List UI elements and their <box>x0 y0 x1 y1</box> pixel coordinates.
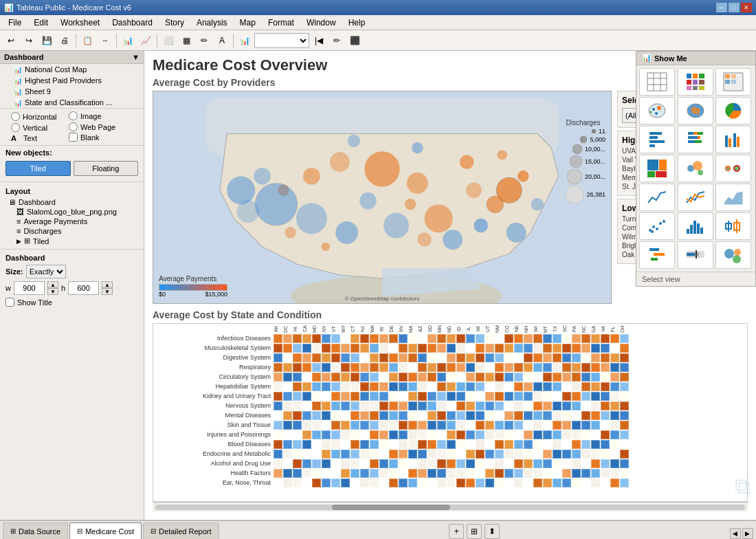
heatmap-cell[interactable] <box>456 344 465 353</box>
heatmap-cell[interactable] <box>601 382 610 391</box>
heatmap-cell[interactable] <box>485 411 494 420</box>
close-button[interactable]: ✕ <box>741 3 752 12</box>
heatmap-cell[interactable] <box>360 469 369 478</box>
heatmap-cell[interactable] <box>456 421 465 430</box>
sidebar-dashboard-header[interactable]: Dashboard ▼ <box>0 51 144 64</box>
heatmap-cell[interactable] <box>524 478 533 487</box>
heatmap-cell[interactable] <box>283 430 292 439</box>
heatmap-cell[interactable] <box>581 469 590 478</box>
heatmap-cell[interactable] <box>591 334 600 343</box>
duplicate-sheet-btn[interactable]: ⊞ <box>467 524 482 539</box>
heatmap-cell[interactable] <box>379 402 388 410</box>
heatmap-cell[interactable] <box>581 478 590 487</box>
heatmap-cell[interactable] <box>312 430 321 439</box>
toolbar-chart1[interactable]: 📊 <box>120 32 136 49</box>
heatmap-cell[interactable] <box>466 353 475 362</box>
heatmap-cell[interactable] <box>543 382 552 391</box>
heatmap-cell[interactable] <box>447 421 456 430</box>
toolbar-present[interactable]: ⬛ <box>346 32 363 49</box>
heatmap-cell[interactable] <box>408 430 417 439</box>
heatmap-cell[interactable] <box>379 459 388 468</box>
sidebar-item-highest-paid[interactable]: 📊 Highest Paid Providers <box>0 75 144 86</box>
heatmap-cell[interactable] <box>466 402 475 410</box>
heatmap-cell[interactable] <box>581 459 590 468</box>
heatmap-cell[interactable] <box>504 459 513 468</box>
heatmap-cell[interactable] <box>591 382 600 391</box>
heatmap-cell[interactable] <box>274 392 282 401</box>
heatmap-cell[interactable] <box>389 344 398 353</box>
heatmap-cell[interactable] <box>399 402 408 410</box>
heatmap-cell[interactable] <box>610 334 619 343</box>
heatmap-cell[interactable] <box>447 344 456 353</box>
heatmap-cell[interactable] <box>495 469 504 478</box>
heatmap-cell[interactable] <box>293 411 302 420</box>
heatmap-cell[interactable] <box>514 430 523 439</box>
heatmap-cell[interactable] <box>351 402 359 410</box>
heatmap-cell[interactable] <box>572 382 581 391</box>
heatmap-cell[interactable] <box>408 373 417 382</box>
heatmap-cell[interactable] <box>543 469 552 478</box>
menu-map[interactable]: Map <box>234 16 261 29</box>
heatmap-cell[interactable] <box>456 402 465 410</box>
heatmap-cell[interactable] <box>591 440 600 449</box>
heatmap-cell[interactable] <box>312 363 321 372</box>
heatmap-cell[interactable] <box>379 344 388 353</box>
heatmap-cell[interactable] <box>562 440 571 449</box>
heatmap-cell[interactable] <box>485 402 494 410</box>
heatmap-cell[interactable] <box>274 478 282 487</box>
heatmap-cell[interactable] <box>274 334 282 343</box>
heatmap-cell[interactable] <box>553 344 562 353</box>
heatmap-cell[interactable] <box>543 478 552 487</box>
heatmap-cell[interactable] <box>581 450 590 459</box>
heatmap-cell[interactable] <box>476 402 485 410</box>
heatmap-cell[interactable] <box>437 440 446 449</box>
heatmap-cell[interactable] <box>331 411 340 420</box>
heatmap-cell[interactable] <box>495 344 504 353</box>
heatmap-cell[interactable] <box>341 392 350 401</box>
toolbar-sheet-select[interactable] <box>254 33 309 48</box>
heatmap-cell[interactable] <box>524 382 533 391</box>
heatmap-cell[interactable] <box>533 450 542 459</box>
heatmap-cell[interactable] <box>466 392 475 401</box>
heatmap-cell[interactable] <box>504 392 513 401</box>
heatmap-cell[interactable] <box>581 382 590 391</box>
heatmap-cell[interactable] <box>504 421 513 430</box>
heatmap-cell[interactable] <box>562 334 571 343</box>
heatmap-cell[interactable] <box>322 353 331 362</box>
heatmap-cell[interactable] <box>524 363 533 372</box>
heatmap-cell[interactable] <box>495 373 504 382</box>
heatmap-cell[interactable] <box>562 469 571 478</box>
heatmap-cell[interactable] <box>370 411 379 420</box>
heatmap-cell[interactable] <box>591 353 600 362</box>
heatmap-cell[interactable] <box>283 344 292 353</box>
heatmap-cell[interactable] <box>389 469 398 478</box>
heatmap-cell[interactable] <box>620 382 629 391</box>
heatmap-cell[interactable] <box>331 469 340 478</box>
heatmap-cell[interactable] <box>312 334 321 343</box>
heatmap-cell[interactable] <box>379 411 388 420</box>
heatmap-cell[interactable] <box>351 450 359 459</box>
showme-pie[interactable] <box>715 97 751 124</box>
heatmap-cell[interactable] <box>274 344 282 353</box>
heatmap-cell[interactable] <box>331 353 340 362</box>
heatmap-cell[interactable] <box>553 392 562 401</box>
heatmap-cell[interactable] <box>476 450 485 459</box>
heatmap-cell[interactable] <box>553 353 562 362</box>
heatmap-cell[interactable] <box>312 373 321 382</box>
heatmap-cell[interactable] <box>543 450 552 459</box>
heatmap-cell[interactable] <box>447 478 456 487</box>
heatmap-cell[interactable] <box>610 459 619 468</box>
sidebar-item-national-cost[interactable]: 📊 National Cost Map <box>0 64 144 75</box>
heatmap-cell[interactable] <box>322 363 331 372</box>
heatmap-cell[interactable] <box>341 334 350 343</box>
heatmap-cell[interactable] <box>437 392 446 401</box>
heatmap-cell[interactable] <box>427 392 436 401</box>
heatmap-cell[interactable] <box>447 373 456 382</box>
heatmap-cell[interactable] <box>514 344 523 353</box>
toolbar-chart3[interactable]: 📊 <box>236 32 253 49</box>
heatmap-cell[interactable] <box>514 411 523 420</box>
heatmap-cell[interactable] <box>504 469 513 478</box>
heatmap-cell[interactable] <box>485 353 494 362</box>
heatmap-cell[interactable] <box>610 421 619 430</box>
menu-dashboard[interactable]: Dashboard <box>107 16 158 29</box>
